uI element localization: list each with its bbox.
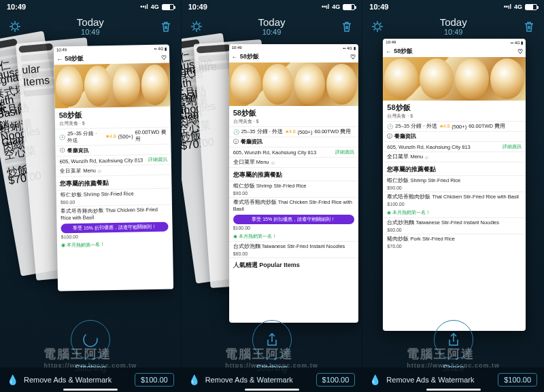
header-title-block: Today 10:49 [77,16,104,36]
stacked-screenshot-front[interactable]: 10:49•• 4G ▮ ← 58炒飯 ♡ 58炒飯 台灣美食 · $ 🕒 25… [54,45,173,291]
delivery-row: 🕒 25–35 分鐘 · 外送 ★4.8 (500+) 60.00TWD 費用 [55,127,171,146]
stacked-screenshot-front[interactable]: 10:49•• 4G ▮ ← 58炒飯♡ 58炒飯 台灣美食 · $ 🕒 25–… [229,44,358,323]
app-subtitle: 10:49 [77,28,104,36]
app-subtitle: 10:49 [258,28,285,36]
stitching-action[interactable]: Stitching [252,320,292,373]
battery-icon [162,4,174,10]
ios-status-bar: 10:49 ••ıl4G [182,0,362,14]
gear-icon[interactable] [190,20,203,33]
menu-item[interactable]: 泰式塔香雞肉炒飯 Thai Chicken Stir-Fried Rice wi… [56,204,172,223]
home-indicator[interactable] [63,389,118,391]
signal-icon: ••ıl [322,3,329,10]
search-icon: ⌕ [425,154,428,160]
menu-item[interactable]: 蝦仁炒飯 Shrimp Stir-Fried Rice [229,181,358,191]
menu-item[interactable]: 豬肉炒飯 Pork Stir-Fried Rice [383,234,526,244]
menu-item[interactable]: 泰式塔香雞肉炒飯 Thai Chicken Stir-Fried Rice wi… [383,192,526,202]
banner-text: Remove Ads & Watermark [24,376,112,384]
trash-icon[interactable] [522,20,536,33]
gear-icon[interactable] [371,20,384,33]
share-icon [445,332,462,348]
menu-item[interactable]: 泰式塔香雞肉炒飯 Thai Chicken Stir-Fried Rice wi… [229,197,358,213]
trash-icon[interactable] [159,20,173,33]
bestseller-badge: 本月熱銷第一名！ [57,239,173,251]
battery-icon [343,4,355,10]
stitching-action[interactable]: Stitching [71,320,110,373]
share-icon [264,332,280,348]
network-label: 4G [151,3,159,10]
price-button[interactable]: $100.00 [498,373,537,387]
battery-icon [525,4,537,10]
svg-point-2 [194,24,199,29]
drop-icon: 💧 [7,374,18,385]
gear-icon[interactable] [8,20,22,33]
home-indicator[interactable] [426,389,481,391]
signal-icon: ••ıl [504,3,511,10]
menu-item[interactable]: 台式炒泡麵 Taiwanese Stir-Fried Instant Noodl… [229,241,358,251]
status-right: ••ıl 4G [140,3,173,10]
home-indicator[interactable] [245,389,299,391]
restaurant-title: 58炒飯 [229,106,358,118]
search-icon: ⌕ [98,167,101,174]
hero-image [54,63,170,109]
spinner-icon [82,332,99,348]
share-action[interactable]: Share [434,320,473,373]
restaurant-title: 58炒飯 [383,101,526,113]
price-button[interactable]: $100.00 [316,373,356,387]
stitched-screenshot[interactable]: 10:49•• 4G ▮ ← 58炒飯♡ 58炒飯 台灣美食 · $ 🕒 25–… [383,39,526,331]
status-time: 10:49 [7,3,26,11]
status-time: 10:49 [188,3,207,11]
menu-item[interactable]: 蝦仁炒飯 Shrimp Stir-Fried Rice [383,175,526,185]
back-button[interactable]: ← 58炒飯♡ [383,46,526,57]
app-title: Today [258,16,285,28]
price-button[interactable]: $100.00 [135,373,174,387]
trash-icon[interactable] [340,20,354,33]
promo-pill[interactable]: 享受 15% 折扣優惠，請遵守相關細則！ [233,215,354,224]
search-icon: ⌕ [271,159,275,166]
ios-status-bar: 10:49 ••ıl 4G [0,0,181,14]
detail-link: 詳細資訊 [148,156,167,163]
drop-icon: 💧 [369,374,381,385]
ios-status-bar: 10:49 ••ıl4G [362,0,544,14]
signal-icon: ••ıl [140,3,148,10]
drop-icon: 💧 [188,374,200,385]
app-title: Today [440,16,467,28]
app-subtitle: 10:49 [440,28,467,36]
menu-item[interactable]: 台式炒泡麵 Taiwanese Stir-Fried Instant Noodl… [383,217,526,228]
app-title: Today [77,16,104,28]
back-button[interactable]: ← 58炒飯♡ [229,51,358,63]
svg-point-1 [84,333,97,346]
svg-point-3 [375,24,380,29]
promo-pill[interactable]: 享受 15% 折扣優惠，請遵守相關細則！ [61,222,168,234]
svg-point-0 [12,24,18,29]
